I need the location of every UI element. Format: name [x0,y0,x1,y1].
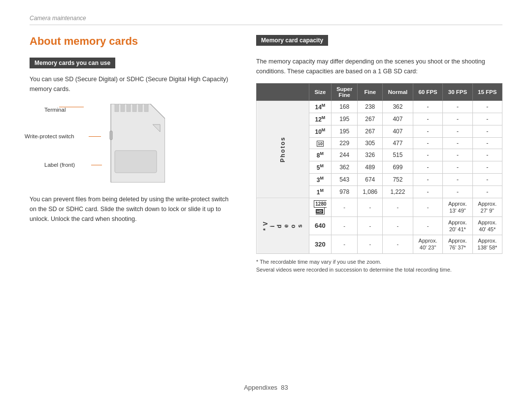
table-cell: 362 [331,161,358,174]
content-columns: About memory cards Memory cards you can … [30,35,502,274]
labelfont-label: Label (front) [44,162,75,168]
table-cell: - [413,125,442,138]
table-cell: - [443,161,472,174]
section1-text1: You can use SD (Secure Digital) or SDHC … [30,74,236,94]
section1-text2: You can prevent files from being deleted… [30,194,236,224]
section2-header-wrap: Memory card capacity [256,35,502,52]
table-cell: - [358,235,383,254]
table-cell: 407 [383,125,413,138]
table-cell: 267 [358,125,383,138]
table-cell: Approx. 27' 9" [472,198,502,217]
table-cell: - [472,149,502,161]
th-size: Size [309,84,331,101]
svg-rect-3 [133,104,136,112]
svg-rect-6 [110,131,112,140]
footnote1: * The recordable time may vary if you us… [256,258,502,266]
table-cell: 305 [358,138,383,149]
table-cell: 362 [383,101,413,113]
page: Camera maintenance About memory cards Me… [0,0,532,401]
section1-header: Memory cards you can use [30,58,115,68]
svg-rect-2 [127,104,131,112]
table-cell: 489 [358,161,383,174]
th-fine: Fine [358,84,383,101]
table-cell: - [413,186,442,198]
th-group [257,84,309,101]
table-cell: - [383,198,413,217]
th-60fps: 60 FPS [413,84,442,101]
table-cell: - [472,113,502,125]
table-cell: Approx. 13' 49" [443,198,472,217]
table-cell: 238 [358,101,383,113]
table-cell: 1,086 [358,186,383,198]
table-row: * Videos1280HD----Approx. 13' 49"Approx.… [257,198,502,217]
table-cell: - [413,149,442,161]
photos-label: Photos [257,101,309,198]
table-cell: - [443,186,472,198]
table-cell: - [383,216,413,235]
top-rule [30,25,502,25]
th-superfine: SuperFine [331,84,358,101]
table-cell: - [331,235,358,254]
footer-page: 83 [281,384,288,391]
size-icon: 1280HD [309,198,331,217]
table-cell: - [472,125,502,138]
table-cell: 752 [383,174,413,186]
table-cell: - [443,125,472,138]
table-cell: - [472,138,502,149]
page-title: About memory cards [30,35,236,48]
table-cell: 267 [358,113,383,125]
table-cell: 244 [331,149,358,161]
right-column: Memory card capacity The memory capacity… [256,35,502,274]
table-cell: 407 [383,113,413,125]
table-cell: - [443,101,472,113]
table-cell: - [358,198,383,217]
table-cell: 699 [383,161,413,174]
table-cell: 515 [383,149,413,161]
table-cell: - [383,235,413,254]
table-cell: 195 [331,125,358,138]
table-cell: - [443,149,472,161]
footer-text: Appendixes [244,384,277,391]
table-cell: Approx. 138' 58* [472,235,502,254]
writeprotect-label: Write-protect switch [25,133,74,139]
size-icon: 12M [309,113,331,125]
size-icon: 3M [309,174,331,186]
size-icon: 8M [309,149,331,161]
table-cell: - [472,174,502,186]
table-cell: 326 [358,149,383,161]
table-cell: - [443,113,472,125]
table-cell: - [413,216,442,235]
table-cell: 477 [383,138,413,149]
writeprotect-line [89,136,101,137]
table-cell: - [331,216,358,235]
table-cell: Approx. 40' 45* [472,216,502,235]
table-cell: 195 [331,113,358,125]
size-icon: 640 [309,216,331,235]
svg-rect-1 [121,104,125,112]
size-icon: 5M [309,161,331,174]
table-cell: - [443,174,472,186]
table-cell: - [413,198,442,217]
table-cell: Approx. 20' 41* [443,216,472,235]
page-footer: Appendixes 83 [0,384,532,391]
terminal-line [59,107,84,107]
th-30fps: 30 FPS [443,84,472,101]
th-normal: Normal [383,84,413,101]
terminal-label: Terminal [44,107,66,113]
table-cell: Approx. 76' 37* [443,235,472,254]
svg-rect-5 [144,104,148,112]
videos-label: * Videos [257,198,309,254]
table-cell: - [472,186,502,198]
labelfont-line [91,165,102,165]
svg-rect-0 [115,104,119,112]
table-cell: 543 [331,174,358,186]
table-row: Photos14M168238362--- [257,101,502,113]
breadcrumb: Camera maintenance [30,15,502,22]
table-cell: - [472,101,502,113]
section2-header: Memory card capacity [256,35,328,46]
table-cell: - [413,113,442,125]
table-cell: - [443,138,472,149]
table-cell: - [358,216,383,235]
table-cell: - [413,161,442,174]
table-cell: 978 [331,186,358,198]
